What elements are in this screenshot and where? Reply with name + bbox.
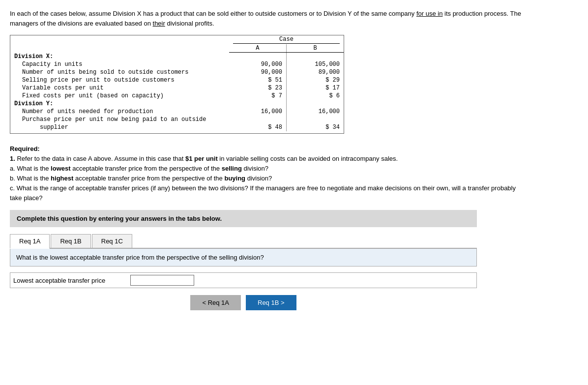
- row-purchase-price-a: $ 48: [229, 123, 287, 131]
- required-section: Required: 1. Refer to the data in case A…: [10, 144, 526, 204]
- col-a-header: A: [229, 44, 287, 53]
- required-item-c: c. What is the range of acceptable trans…: [10, 183, 526, 203]
- complete-banner: Complete this question by entering your …: [10, 210, 477, 227]
- row-purchase-price-b: $ 34: [286, 123, 344, 131]
- tab-req1a[interactable]: Req 1A: [10, 234, 50, 249]
- tab-req1b[interactable]: Req 1B: [51, 234, 90, 248]
- required-item-a: a. What is the lowest acceptable transfe…: [10, 164, 526, 174]
- intro-text: In each of the cases below, assume Divis…: [10, 9, 526, 28]
- tabs-row: Req 1A Req 1B Req 1C: [10, 234, 477, 249]
- row-variable-costs-label: Variable costs per unit: [10, 84, 229, 92]
- case-header: Case: [233, 36, 340, 44]
- col-b-header: B: [286, 44, 344, 53]
- row-capacity-a: 90,000: [229, 60, 287, 68]
- row-variable-costs-a: $ 23: [229, 84, 287, 92]
- next-button[interactable]: Req 1B >: [246, 295, 296, 310]
- row-selling-price-a: $ 51: [229, 76, 287, 84]
- answer-input[interactable]: [130, 275, 194, 286]
- row-supplier-label: supplier: [10, 123, 229, 131]
- buttons-row: < Req 1A Req 1B >: [10, 295, 477, 310]
- row-selling-price-b: $ 29: [286, 76, 344, 84]
- row-fixed-costs-a: $ 7: [229, 92, 287, 100]
- row-units-sold-b: 89,000: [286, 68, 344, 76]
- required-item-b: b. What is the highest acceptable transf…: [10, 174, 526, 183]
- row-fixed-costs-b: $ 6: [286, 92, 344, 100]
- tab-question: What is the lowest acceptable transfer p…: [16, 254, 264, 261]
- row-units-needed-label: Number of units needed for production: [10, 108, 229, 116]
- answer-row: Lowest acceptable transfer price: [10, 272, 477, 288]
- row-units-sold-a: 90,000: [229, 68, 287, 76]
- row-units-needed-a: 16,000: [229, 108, 287, 116]
- division-y-header: Division Y:: [10, 100, 229, 108]
- tab-content: What is the lowest acceptable transfer p…: [10, 249, 477, 267]
- required-item1: 1. Refer to the data in case A above. As…: [10, 154, 526, 164]
- row-fixed-costs-label: Fixed costs per unit (based on capacity): [10, 92, 229, 100]
- row-selling-price-label: Selling price per unit to outside custom…: [10, 76, 229, 84]
- answer-label: Lowest acceptable transfer price: [13, 277, 126, 284]
- tab-req1c[interactable]: Req 1C: [92, 234, 132, 248]
- row-capacity-b: 105,000: [286, 60, 344, 68]
- division-x-header: Division X:: [10, 53, 229, 60]
- row-capacity-label: Capacity in units: [10, 60, 229, 68]
- prev-button[interactable]: < Req 1A: [190, 295, 241, 310]
- row-units-needed-b: 16,000: [286, 108, 344, 116]
- data-table-wrapper: Case A B Division X: Capacity in units 9…: [10, 35, 344, 134]
- row-variable-costs-b: $ 17: [286, 84, 344, 92]
- row-purchase-price-line1-label: Purchase price per unit now being paid t…: [10, 116, 229, 123]
- required-title: Required:: [10, 144, 526, 154]
- row-units-sold-label: Number of units being sold to outside cu…: [10, 68, 229, 76]
